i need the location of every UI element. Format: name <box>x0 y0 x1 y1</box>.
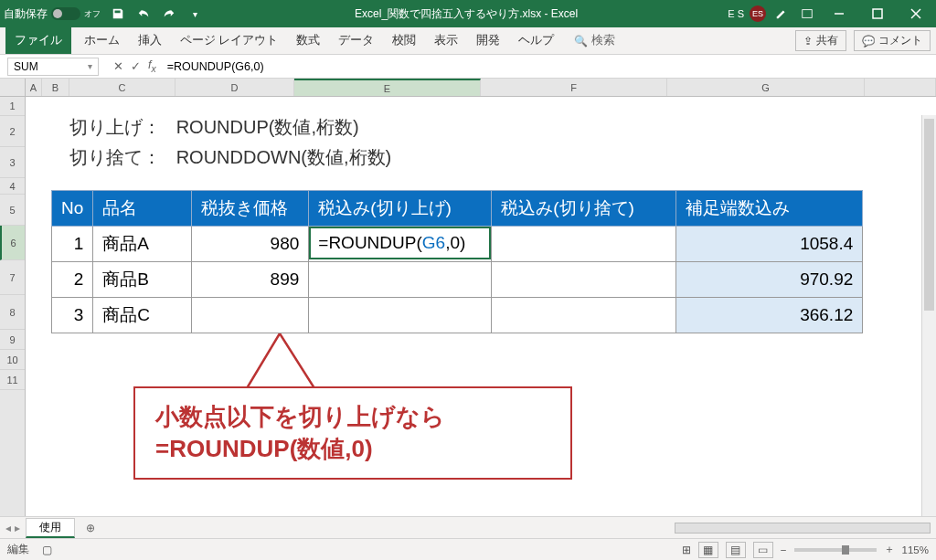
qat-dropdown-icon[interactable]: ▾ <box>185 4 205 24</box>
ribbon-display-icon[interactable] <box>797 4 817 24</box>
tab-file[interactable]: ファイル <box>5 27 71 54</box>
sheet-tab[interactable]: 使用 <box>26 518 75 538</box>
column-header-D[interactable]: D <box>176 79 294 96</box>
svg-rect-0 <box>803 10 813 18</box>
autosave-toggle[interactable]: 自動保存 オフ <box>4 6 101 22</box>
formula-input[interactable]: =ROUNDUP(G6,0) <box>164 58 936 75</box>
zoom-level[interactable]: 115% <box>902 544 929 555</box>
tab-help[interactable]: ヘルプ <box>509 27 563 54</box>
window-title: Excel_関数で四捨五入するやり方.xlsx - Excel <box>205 6 728 22</box>
drawing-icon[interactable] <box>771 4 792 24</box>
row-header-10[interactable]: 10 <box>0 350 25 370</box>
user-badge[interactable]: ES <box>750 5 766 22</box>
cancel-icon[interactable]: ✕ <box>113 59 123 73</box>
status-bar: 編集 ▢ ⊞ ▦ ▤ ▭ − ＋ 115% <box>0 538 936 560</box>
grid-body[interactable]: 切り上げ： ROUNDUP(数値,桁数) 切り捨て： ROUNDDOWN(数値,… <box>26 97 936 516</box>
row-header-4[interactable]: 4 <box>0 178 25 195</box>
fx-icon[interactable]: fx <box>148 58 156 74</box>
row-header-11[interactable]: 11 <box>0 370 25 390</box>
tab-view[interactable]: 表示 <box>425 27 467 54</box>
sheet-tabs: ◂ ▸ 使用 ⊕ <box>0 516 936 538</box>
page-break-view-button[interactable]: ▭ <box>753 542 773 558</box>
comment-icon: 💬 <box>862 35 875 48</box>
share-button[interactable]: ⇪ 共有 <box>795 30 846 51</box>
row-header-8[interactable]: 8 <box>0 295 25 330</box>
column-headers[interactable]: ABCDEFG <box>26 79 936 97</box>
save-icon[interactable] <box>108 4 128 24</box>
enter-icon[interactable]: ✓ <box>131 59 141 73</box>
tab-home[interactable]: ホーム <box>75 27 129 54</box>
column-header-B[interactable]: B <box>42 79 69 96</box>
user-es: E S <box>728 8 744 19</box>
callout-box: 小数点以下を切り上げなら =ROUNDUP(数値,0) <box>133 386 572 480</box>
undo-icon[interactable] <box>133 4 154 24</box>
formula-bar: SUM ▾ ✕ ✓ fx =ROUNDUP(G6,0) <box>0 55 936 79</box>
search-icon: 🔍 <box>574 35 588 48</box>
normal-view-button[interactable]: ▦ <box>698 542 718 558</box>
table-row[interactable]: 2 商品B 899 970.92 <box>52 262 863 298</box>
table-row[interactable]: 3 商品C 366.12 <box>52 298 863 333</box>
minimize-button[interactable] <box>823 0 856 27</box>
tab-formulas[interactable]: 数式 <box>287 27 329 54</box>
tab-developer[interactable]: 開発 <box>467 27 509 54</box>
maximize-button[interactable] <box>861 0 894 27</box>
tab-page-layout[interactable]: ページ レイアウト <box>171 27 287 54</box>
autosave-state: オフ <box>84 8 101 20</box>
tab-insert[interactable]: 挿入 <box>129 27 171 54</box>
row-header-3[interactable]: 3 <box>0 147 25 178</box>
tell-me-label[interactable]: 検索 <box>591 33 615 48</box>
column-header-G[interactable]: G <box>667 79 865 96</box>
tab-review[interactable]: 校閲 <box>383 27 425 54</box>
title-bar: 自動保存 オフ ▾ Excel_関数で四捨五入するやり方.xlsx - Exce… <box>0 0 936 27</box>
comments-button[interactable]: 💬 コメント <box>854 30 931 51</box>
svg-marker-6 <box>252 337 309 388</box>
worksheet-grid[interactable]: 1234567891011 ABCDEFG 切り上げ： ROUNDUP(数値,桁… <box>0 79 936 516</box>
redo-icon[interactable] <box>159 4 179 24</box>
row-header-1[interactable]: 1 <box>0 97 25 116</box>
new-sheet-button[interactable]: ⊕ <box>80 522 101 534</box>
close-button[interactable] <box>899 0 932 27</box>
macro-record-icon[interactable]: ▢ <box>42 544 52 556</box>
table-header-row: No 品名 税抜き価格 税込み(切り上げ) 税込み(切り捨て) 補足端数込み <box>52 191 863 227</box>
column-header-A[interactable]: A <box>26 79 42 96</box>
column-header-F[interactable]: F <box>481 79 667 96</box>
share-icon: ⇪ <box>803 35 813 48</box>
row-header-7[interactable]: 7 <box>0 260 25 295</box>
select-all-corner[interactable] <box>0 79 26 97</box>
tab-nav-last-icon[interactable]: ▸ <box>15 522 20 534</box>
vertical-scrollbar[interactable] <box>921 115 936 516</box>
column-header-E[interactable]: E <box>294 79 481 96</box>
row-header-9[interactable]: 9 <box>0 330 25 350</box>
tab-data[interactable]: データ <box>329 27 383 54</box>
row-header-6[interactable]: 6 <box>0 226 25 260</box>
name-box[interactable]: SUM ▾ <box>7 58 99 76</box>
display-settings-icon[interactable]: ⊞ <box>682 544 691 556</box>
chevron-down-icon[interactable]: ▾ <box>88 61 92 71</box>
autosave-label: 自動保存 <box>4 6 48 22</box>
active-cell[interactable]: =ROUNDUP(G6,0) <box>309 227 492 262</box>
row-header-2[interactable]: 2 <box>0 116 25 147</box>
horizontal-scrollbar[interactable] <box>675 523 931 534</box>
page-layout-view-button[interactable]: ▤ <box>726 542 746 558</box>
row-headers[interactable]: 1234567891011 <box>0 97 26 516</box>
zoom-out-button[interactable]: − <box>781 544 787 555</box>
column-header-C[interactable]: C <box>69 79 176 96</box>
status-mode: 編集 <box>7 543 29 556</box>
tab-nav-first-icon[interactable]: ◂ <box>5 522 11 534</box>
data-table[interactable]: No 品名 税抜き価格 税込み(切り上げ) 税込み(切り捨て) 補足端数込み 1 <box>51 190 863 333</box>
svg-rect-2 <box>873 9 882 18</box>
ribbon-tabs: ファイル ホーム 挿入 ページ レイアウト 数式 データ 校閲 表示 開発 ヘル… <box>0 27 936 55</box>
table-row[interactable]: 1 商品A 980 =ROUNDUP(G6,0) 1058.4 <box>52 227 863 262</box>
row-header-5[interactable]: 5 <box>0 195 25 226</box>
zoom-in-button[interactable]: ＋ <box>884 543 895 556</box>
intro-text: 切り上げ： ROUNDUP(数値,桁数) 切り捨て： ROUNDDOWN(数値,… <box>69 115 925 170</box>
callout-pointer <box>243 333 325 390</box>
zoom-slider[interactable] <box>794 548 877 552</box>
